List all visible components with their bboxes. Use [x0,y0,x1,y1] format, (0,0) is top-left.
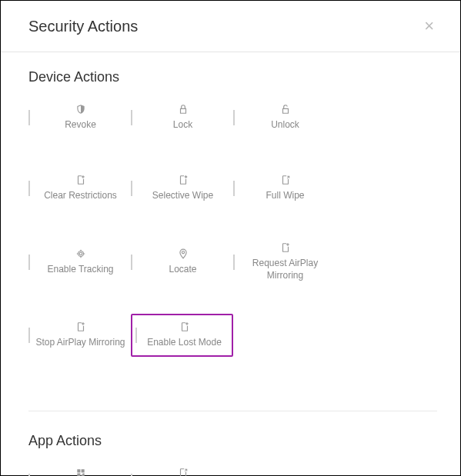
close-icon[interactable]: × [421,15,437,38]
app-lock-action[interactable]: App Lock [28,464,131,476]
security-actions-dialog: Security Actions × Device Actions Revoke [0,0,461,476]
action-label: Enable Tracking [47,264,113,276]
stop-airplay-action[interactable]: Stop AirPlay Mirroring [28,318,131,352]
lock-action[interactable]: Lock [131,101,233,135]
location-pin-icon [178,248,189,259]
device-plus-icon [75,321,86,332]
app-wipe-action[interactable]: App Wipe [131,464,233,476]
device-arrow-icon [280,175,291,185]
device-actions-title: Device Actions [28,69,437,85]
action-label: Clear Restrictions [44,190,117,202]
selective-wipe-action[interactable]: Selective Wipe [131,171,233,205]
full-wipe-action[interactable]: Full Wipe [233,171,336,205]
app-actions-title: App Actions [28,433,437,449]
shield-icon [75,104,86,115]
dialog-title: Security Actions [28,18,138,35]
action-label: Lock [173,119,192,131]
apps-grid-icon [75,468,86,476]
action-label: Full Wipe [266,190,304,202]
action-label: Enable Lost Mode [147,337,222,349]
request-airplay-action[interactable]: Request AirPlay Mirroring [233,242,336,281]
revoke-action[interactable]: Revoke [28,101,131,135]
enable-lost-mode-action[interactable]: Enable Lost Mode [131,314,233,357]
unlock-icon [280,104,291,115]
app-actions-grid: App Lock App Wipe [28,464,437,476]
device-arrow-icon [178,468,189,476]
locate-action[interactable]: Locate [131,242,233,281]
action-label: Locate [169,264,196,276]
clear-restrictions-action[interactable]: Clear Restrictions [28,171,131,205]
device-plus-icon [75,175,86,185]
device-plus-icon [179,321,190,332]
target-icon [75,248,86,259]
action-label: Selective Wipe [152,190,213,202]
dialog-content: Device Actions Revoke Lock [1,52,460,476]
action-label: Revoke [65,119,96,131]
action-label: Stop AirPlay Mirroring [35,337,125,349]
enable-tracking-action[interactable]: Enable Tracking [28,242,131,281]
lock-icon [178,104,189,115]
action-label: Unlock [271,119,299,131]
unlock-action[interactable]: Unlock [233,101,336,135]
section-divider [28,411,437,411]
device-plus-icon [280,242,291,253]
dialog-header: Security Actions × [1,1,460,52]
device-actions-grid: Revoke Lock Unlock [28,101,437,389]
action-label: Request AirPlay Mirroring [239,258,331,281]
device-arrow-icon [178,175,189,185]
